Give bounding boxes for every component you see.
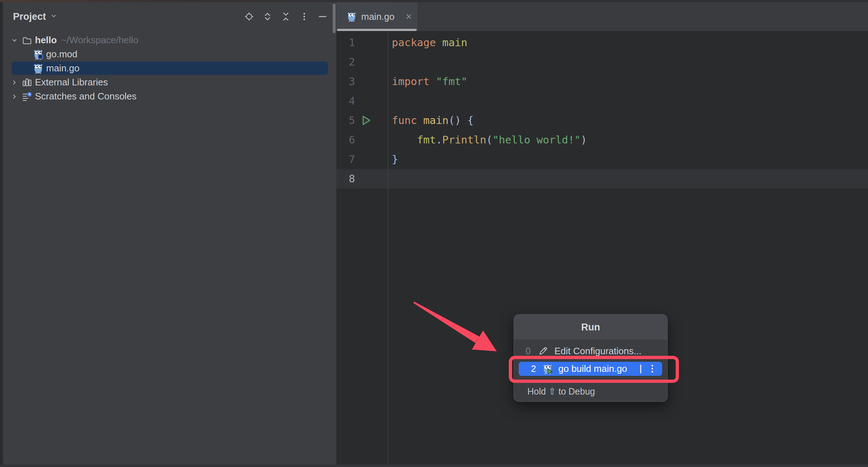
scratches-icon — [22, 91, 32, 102]
token-string: "fmt" — [436, 75, 467, 88]
token-function: main — [423, 114, 448, 126]
collapse-all-icon — [281, 12, 291, 22]
hide-panel-button[interactable] — [318, 12, 328, 22]
chevron-right-icon[interactable] — [10, 92, 22, 102]
token-plain — [461, 114, 467, 126]
libraries-icon — [22, 77, 32, 88]
go-mod-icon — [33, 49, 43, 60]
token-plain — [392, 134, 417, 146]
pencil-icon — [538, 346, 549, 356]
tree-item-label: main.go — [46, 63, 80, 74]
tree-item-external-libraries[interactable]: External Libraries — [3, 75, 336, 89]
tree-item-label: External Libraries — [35, 77, 108, 88]
code-line-1: package main — [392, 33, 468, 52]
expand-all-button[interactable] — [262, 12, 273, 22]
run-popup-footer: Hold ⇧ to Debug — [514, 381, 667, 401]
tree-item-path: ~/Workspace/hello — [61, 35, 138, 46]
gutter-divider — [388, 31, 388, 467]
tree-item-go-mod[interactable]: go.mod — [3, 47, 336, 61]
token-bracket: ) — [581, 134, 587, 146]
token-method: Println — [442, 134, 486, 146]
debug-hint-text: Hold ⇧ to Debug — [527, 386, 595, 397]
separator — [640, 365, 641, 373]
tree-item-label: Scratches and Consoles — [35, 91, 137, 102]
line-number-8: 8 — [336, 169, 355, 188]
token-string: "hello world!" — [492, 134, 580, 146]
tab-main-go[interactable]: main.go — [336, 2, 417, 31]
line-number-1: 1 — [336, 33, 355, 52]
run-config-go-build-main-go[interactable]: 2go build main.go — [519, 362, 662, 376]
project-panel-scrollbar[interactable] — [333, 4, 336, 33]
project-panel-toolbar — [244, 12, 328, 22]
tree-item-hello[interactable]: hello~/Workspace/hello — [3, 33, 336, 47]
token-keyword: func — [392, 114, 417, 126]
shortcut-hint: 0 — [524, 346, 532, 356]
project-panel-title: Project — [13, 11, 46, 22]
token-bracket: () — [448, 114, 461, 126]
close-tab-icon[interactable] — [404, 12, 413, 21]
more-options-icon — [299, 12, 309, 22]
chevron-down-icon — [50, 11, 58, 22]
more-options-button[interactable] — [299, 12, 309, 22]
line-number-6: 6 — [336, 130, 355, 150]
project-panel-title-button[interactable]: Project — [13, 2, 58, 31]
line-number-2: 2 — [336, 52, 355, 72]
chevron-right-icon[interactable] — [10, 77, 22, 88]
run-config-edit-configurations[interactable]: 0Edit Configurations... — [514, 343, 667, 359]
token-plain — [436, 36, 442, 49]
token-package: fmt — [417, 134, 436, 146]
tree-item-label: go.mod — [46, 49, 78, 60]
token-plain — [430, 75, 436, 88]
go-file-icon — [33, 63, 43, 74]
hide-panel-icon — [318, 12, 328, 22]
collapse-all-button[interactable] — [281, 12, 291, 22]
locate-button[interactable] — [244, 12, 254, 22]
line-number-7: 7 — [336, 150, 355, 169]
token-declaration: main — [442, 36, 468, 49]
token-plain — [417, 114, 423, 126]
tab-title: main.go — [361, 11, 395, 22]
go-run-icon — [542, 364, 553, 374]
run-popup: Run 0Edit Configurations...2go build mai… — [514, 314, 668, 402]
run-config-label: Edit Configurations... — [554, 346, 641, 357]
token-keyword: import — [392, 75, 430, 88]
run-config-label: go build main.go — [558, 363, 627, 374]
token-keyword: package — [392, 36, 436, 49]
window-bottom-edge — [0, 464, 868, 467]
ide-window: Project hello~/Workspace/hellogo.modmain… — [0, 0, 868, 467]
tree-item-label: hello — [35, 35, 57, 46]
folder-icon — [22, 35, 32, 46]
project-panel-header: Project — [3, 2, 336, 31]
shortcut-hint: 2 — [530, 364, 537, 374]
go-file-icon — [347, 12, 356, 22]
run-popup-title: Run — [581, 322, 600, 333]
token-bracket: } — [392, 153, 398, 165]
kebab-icon[interactable] — [651, 364, 654, 374]
project-tool-window: Project hello~/Workspace/hellogo.modmain… — [3, 2, 336, 464]
tree-item-main-go[interactable]: main.go — [12, 62, 328, 75]
line-number-5: 5 — [336, 111, 355, 130]
code-line-6: fmt.Println("hello world!") — [392, 130, 587, 150]
line-number-4: 4 — [336, 91, 355, 111]
code-line-7: } — [392, 150, 398, 169]
token-bracket: { — [468, 114, 474, 126]
project-tree: hello~/Workspace/hellogo.modmain.goExter… — [3, 33, 336, 103]
run-popup-header: Run — [514, 315, 667, 340]
locate-icon — [244, 12, 254, 22]
code-line-5: func main() { — [392, 111, 474, 130]
editor-tab-bar: main.go — [336, 2, 868, 31]
run-main-gutter-icon[interactable] — [360, 111, 373, 130]
token-punctuation: . — [436, 134, 442, 146]
line-number-3: 3 — [336, 72, 355, 91]
code-line-3: import "fmt" — [392, 72, 468, 91]
tree-item-scratches-and-consoles[interactable]: Scratches and Consoles — [3, 89, 336, 103]
chevron-down-icon[interactable] — [10, 35, 22, 45]
current-line-highlight — [336, 169, 868, 188]
expand-all-icon — [262, 12, 273, 22]
token-bracket: ( — [486, 134, 492, 146]
run-popup-items: 0Edit Configurations...2go build main.go — [514, 340, 667, 376]
